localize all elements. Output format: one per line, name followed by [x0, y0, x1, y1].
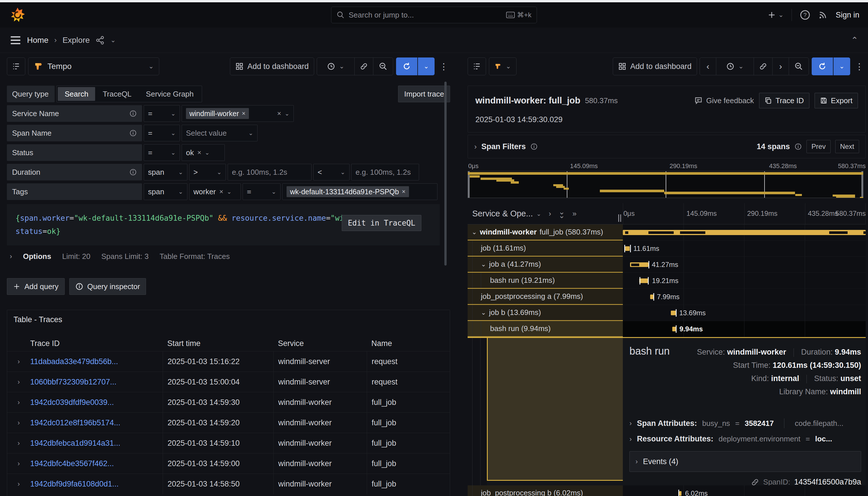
- col-service[interactable]: Service: [273, 339, 367, 348]
- table-row[interactable]: ›1942dbfc4be3567f462...2025-01-03 14:59:…: [7, 453, 450, 474]
- duration-lt-operator[interactable]: <⌄: [313, 164, 350, 181]
- share-icon[interactable]: [95, 36, 105, 45]
- chevron-down-icon[interactable]: ⌄: [110, 36, 115, 44]
- span-row[interactable]: ⌄job b (13.69ms)13.69ms: [468, 305, 866, 321]
- table-row[interactable]: ›1060bbf732309b12707...2025-01-03 15:00:…: [7, 372, 450, 392]
- tags-key-select[interactable]: worker × ⌄: [189, 183, 241, 200]
- span-name-cell[interactable]: ⌄job b (13.69ms): [468, 305, 623, 321]
- status-value-select[interactable]: ok × ⌄: [182, 144, 225, 161]
- span-timeline-cell[interactable]: 6.02ms: [623, 485, 866, 496]
- span-timeline-cell[interactable]: 19.21ms: [623, 273, 866, 289]
- duration-max-input[interactable]: e.g. 100ms, 1.2s: [351, 164, 419, 181]
- collapse-up-icon[interactable]: ⌃: [851, 35, 858, 45]
- tags-value-select[interactable]: wk-default-133114d6a91e-PSPQb ×: [282, 183, 437, 200]
- trace-id-link[interactable]: 1942dc012e8f196b5174...: [30, 418, 163, 427]
- span-name-cell[interactable]: ⌄windmill-workerfull_job (580.37ms): [468, 224, 623, 241]
- breadcrumb-home[interactable]: Home: [27, 36, 49, 45]
- time-range-picker[interactable]: ⌄: [716, 58, 754, 75]
- news-rss-icon[interactable]: [818, 10, 827, 19]
- span-timeline-cell[interactable]: 11.61ms: [623, 241, 866, 257]
- trace-id-link[interactable]: 1942dbfebca1d9914a31...: [30, 439, 163, 448]
- clear-icon[interactable]: ×: [277, 109, 281, 118]
- span-timeline-cell[interactable]: 13.69ms: [623, 305, 866, 321]
- row-expander-icon[interactable]: ›: [7, 480, 30, 488]
- tab-service-graph[interactable]: Service Graph: [139, 87, 201, 101]
- span-timeline-cell[interactable]: 41.27ms: [623, 257, 866, 273]
- span-name-cell[interactable]: job (11.61ms): [468, 241, 623, 257]
- tags-operator-select[interactable]: =⌄: [243, 183, 280, 200]
- add-new-button[interactable]: ⌄: [768, 11, 784, 19]
- span-row[interactable]: ⌄windmill-workerfull_job (580.37ms): [468, 224, 866, 241]
- chevron-down-icon[interactable]: ⌄: [536, 210, 541, 217]
- row-expander-icon[interactable]: ›: [7, 357, 30, 366]
- minimap-canvas[interactable]: [468, 171, 864, 198]
- minimap-right-handle[interactable]: [862, 171, 863, 198]
- refresh-icon[interactable]: [396, 58, 417, 75]
- span-row[interactable]: job (11.61ms)11.61ms: [468, 241, 866, 257]
- close-icon[interactable]: ×: [219, 188, 223, 196]
- row-expander-icon[interactable]: ›: [7, 378, 30, 386]
- global-search-input[interactable]: Search or jump to... ⌘+k: [331, 6, 537, 23]
- row-expander-icon[interactable]: ›: [7, 439, 30, 447]
- span-name-cell[interactable]: job_postprocessing a (7.99ms): [468, 289, 623, 305]
- span-name-cell[interactable]: bash run (9.94ms): [468, 321, 623, 337]
- run-query-split-button[interactable]: ⌄: [396, 58, 435, 75]
- table-row[interactable]: ›11dabada33e479db56b...2025-01-03 15:16:…: [7, 351, 450, 372]
- span-name-cell[interactable]: bash run (19.21ms): [468, 273, 623, 289]
- service-name-operator-select[interactable]: =⌄: [144, 105, 180, 122]
- refresh-icon[interactable]: [812, 58, 833, 75]
- expand-one-icon[interactable]: ›: [549, 209, 551, 218]
- sign-in-button[interactable]: Sign in: [836, 11, 859, 19]
- collapse-chevron-icon[interactable]: ⌄: [481, 309, 486, 316]
- next-span-button[interactable]: Next: [835, 140, 859, 153]
- span-row[interactable]: bash run (9.94ms)9.94ms: [468, 321, 866, 337]
- service-name-chip[interactable]: windmill-worker ×: [186, 108, 249, 119]
- span-duration-bar[interactable]: [672, 327, 676, 331]
- span-filters-bar[interactable]: › Span Filters 14 spans Prev Next: [468, 135, 866, 158]
- span-name-cell[interactable]: job_postprocessing b (6.02ms): [468, 485, 623, 496]
- trace-id-button[interactable]: Trace ID: [759, 93, 809, 108]
- menu-icon[interactable]: [10, 35, 21, 45]
- add-to-dashboard-button[interactable]: Add to dashboard: [613, 58, 697, 75]
- span-duration-bar[interactable]: [671, 311, 676, 315]
- resource-attributes-row[interactable]: › Resource Attributes: deployment.enviro…: [630, 434, 861, 444]
- span-row[interactable]: job_postprocessing b (6.02ms)6.02ms: [468, 485, 866, 496]
- shift-time-back-button[interactable]: ‹: [700, 58, 716, 75]
- tags-scope-select[interactable]: span⌄: [144, 183, 187, 200]
- close-icon[interactable]: ×: [197, 149, 201, 157]
- expand-all-icon[interactable]: »: [572, 209, 576, 218]
- collapse-all-icon[interactable]: ⌄⌄: [559, 210, 565, 218]
- trace-id-link[interactable]: 1942dc039dfdf9e0039...: [30, 398, 163, 407]
- row-expander-icon[interactable]: ›: [7, 419, 30, 427]
- table-row[interactable]: ›1942dc039dfdf9e0039...2025-01-03 14:59:…: [7, 392, 450, 413]
- span-name-cell[interactable]: ⌄job a (41.27ms): [468, 257, 623, 273]
- tags-value-chip[interactable]: wk-default-133114d6a91e-PSPQb ×: [286, 186, 409, 197]
- give-feedback-button[interactable]: Give feedback: [694, 96, 754, 105]
- query-options-row[interactable]: › Options Limit: 20 Spans Limit: 3 Table…: [7, 248, 450, 264]
- grafana-logo[interactable]: [10, 7, 25, 23]
- run-query-interval-dropdown[interactable]: ⌄: [418, 58, 435, 75]
- copy-link-button[interactable]: [754, 58, 773, 75]
- span-duration-bar[interactable]: [625, 246, 630, 251]
- trace-minimap[interactable]: 0μs145.09ms290.19ms435.28ms580.37ms: [468, 162, 866, 199]
- span-timeline-cell[interactable]: [623, 224, 866, 241]
- status-operator-select[interactable]: =⌄: [144, 144, 180, 161]
- query-inspector-button[interactable]: Query inspector: [69, 278, 146, 295]
- span-row[interactable]: ⌄job a (41.27ms)41.27ms: [468, 257, 866, 273]
- duration-gt-operator[interactable]: >⌄: [189, 164, 226, 181]
- col-start-time[interactable]: Start time: [163, 339, 273, 348]
- span-name-operator-select[interactable]: =⌄: [144, 125, 180, 141]
- copy-link-button[interactable]: [354, 58, 373, 75]
- col-trace-id[interactable]: Trace ID: [30, 339, 163, 348]
- more-options-kebab[interactable]: ⋮: [437, 62, 450, 72]
- span-timeline-cell[interactable]: 7.99ms: [623, 289, 866, 305]
- collapse-chevron-icon[interactable]: ⌄: [481, 261, 486, 268]
- service-name-value-select[interactable]: windmill-worker × × ⌄: [182, 105, 294, 122]
- breadcrumb-explore[interactable]: Explore: [62, 36, 90, 45]
- row-expander-icon[interactable]: ›: [7, 398, 30, 406]
- add-query-button[interactable]: Add query: [7, 278, 65, 295]
- query-outline-button[interactable]: [7, 58, 25, 75]
- col-name[interactable]: Name: [367, 339, 450, 348]
- close-icon[interactable]: ×: [402, 188, 405, 196]
- time-range-picker[interactable]: ⌄: [317, 58, 355, 75]
